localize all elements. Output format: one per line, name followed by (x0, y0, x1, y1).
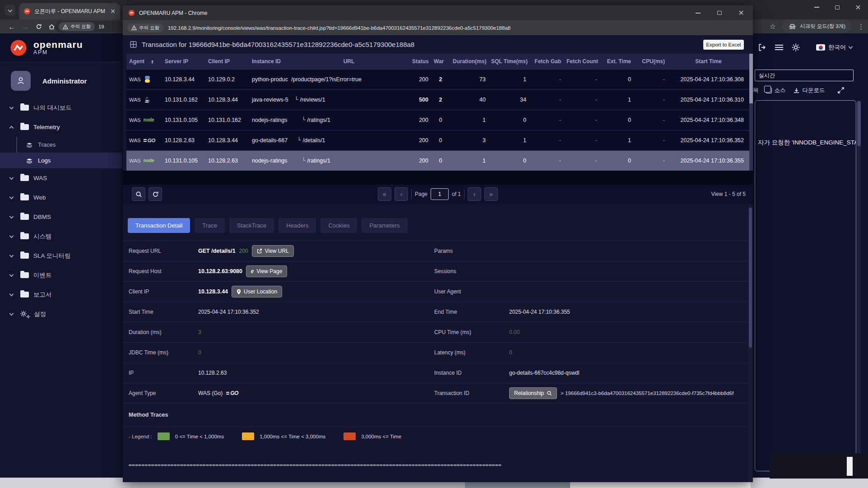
location-pin-icon (237, 289, 241, 295)
sidebar-item-system[interactable]: 시스템 (0, 227, 122, 246)
tab-search-button[interactable] (5, 5, 15, 16)
popup-titlebar[interactable]: OPENMARU APM - Chrome ✕ (123, 5, 753, 20)
transaction-header: Transaction for 19666d941be-b6da47003162… (123, 35, 753, 54)
minimize-icon[interactable] (693, 9, 702, 18)
tab-headers[interactable]: Headers (279, 218, 316, 233)
page-input[interactable] (431, 188, 449, 200)
sidebar-item-reports[interactable]: 보고서 (0, 285, 122, 304)
prev-page-button[interactable]: ‹ (395, 187, 408, 201)
reload-icon[interactable] (33, 21, 44, 32)
minimize-icon[interactable] (812, 3, 821, 12)
menu-icon[interactable] (775, 44, 784, 51)
column-header[interactable]: CPU(ms) (634, 54, 668, 69)
sidebar-item-my-dashboard[interactable]: 나의 대시보드 (0, 98, 122, 117)
incognito-badge[interactable]: 시크릿 모드(창 3개) (782, 20, 851, 33)
sidebar-item-traces[interactable]: Traces (0, 137, 122, 153)
scrollbar-thumb[interactable] (847, 457, 853, 476)
forward-icon[interactable]: → (20, 21, 31, 32)
maximize-icon[interactable] (715, 9, 724, 18)
search-button[interactable] (132, 187, 145, 201)
tab-cookies[interactable]: Cookies (320, 218, 357, 233)
language-label: 한국어 (828, 43, 846, 51)
column-header[interactable]: Fetch Count (564, 54, 600, 69)
view-page-button[interactable]: e View Page (246, 265, 287, 277)
sidebar-item-logs[interactable]: Logs (0, 153, 122, 168)
column-header-agent[interactable]: Agent▲▼ (126, 54, 162, 69)
popup-address-bar[interactable]: 주의 요함 192.168.2.9/monitoring/console/vie… (123, 20, 753, 35)
right-panel-scrollbar[interactable] (857, 100, 861, 471)
detail-scrollbar[interactable] (748, 205, 752, 482)
back-icon[interactable]: ← (6, 21, 17, 32)
logout-icon[interactable] (758, 43, 766, 51)
table-row[interactable]: WAS 10.128.3.44 10.129.0.2 python-produc… (126, 69, 749, 89)
log-text: 자가 요청한 'INNODB_ENGINE_STATU (758, 139, 855, 147)
log-panel[interactable]: 자가 요청한 'INNODB_ENGINE_STATU (755, 100, 856, 471)
close-icon[interactable]: ✕ (854, 3, 863, 12)
page-of-label: of 1 (452, 191, 461, 197)
popup-window-title: OPENMARU APM - Chrome (139, 10, 689, 16)
refresh-button[interactable] (149, 187, 162, 201)
app-logo[interactable]: openmaru APM (0, 33, 122, 62)
legend-text: 1,000ms <= Time < 3,000ms (260, 434, 325, 439)
column-header[interactable]: Start Time (668, 54, 749, 69)
sidebar-item-sla-monitoring[interactable]: SLA 모니터링 (0, 246, 122, 265)
language-selector[interactable]: 한국어 (816, 43, 855, 51)
sort-icon[interactable]: ▲▼ (151, 60, 154, 64)
source-button[interactable]: 소스 (766, 87, 786, 94)
user-row[interactable]: Administrator (0, 70, 122, 92)
chevron-down-icon (9, 175, 14, 180)
realtime-input[interactable] (755, 70, 854, 81)
column-header[interactable]: Client IP (205, 54, 249, 69)
table-row[interactable]: WAS GO 10.128.2.63 10.128.3.44 go-detail… (126, 130, 749, 150)
close-icon[interactable]: ✕ (737, 9, 746, 18)
column-header[interactable]: Duration(ms) (450, 54, 488, 69)
table-row-selected[interactable]: WAS node 10.131.0.105 10.128.2.63 nodejs… (126, 150, 749, 171)
column-header[interactable]: Fetch Gab (529, 54, 564, 69)
site-warning-badge[interactable]: 주의 요함 (127, 23, 163, 33)
export-to-excel-button[interactable]: Export to Excel (703, 40, 744, 50)
tab-transaction-detail[interactable]: Transaction Detail (128, 218, 190, 233)
sidebar-item-telemetry[interactable]: Telemetry (0, 117, 122, 137)
field-label: End Time (434, 309, 509, 315)
site-warning-badge[interactable]: 주의 요함 (59, 22, 95, 31)
column-header[interactable]: Server IP (162, 54, 205, 69)
partial-button[interactable]: 목 (753, 87, 759, 94)
user-location-button[interactable]: User Location (232, 286, 282, 297)
sidebar-item-label: 이벤트 (33, 271, 52, 279)
nodejs-icon: node (144, 117, 154, 122)
browser-menu-icon[interactable]: ⋮ (858, 23, 864, 31)
tab-parameters[interactable]: Parameters (362, 218, 407, 233)
user-icon (16, 76, 26, 86)
column-header[interactable]: Instance ID (249, 54, 288, 69)
gears-icon (20, 311, 29, 318)
column-header[interactable]: Ext. Time (600, 54, 634, 69)
column-header[interactable]: War (431, 54, 450, 69)
sidebar-item-web[interactable]: Web (0, 188, 122, 207)
tab-stacktrace[interactable]: StackTrace (229, 218, 274, 233)
relationship-button[interactable]: Relationship (509, 387, 557, 399)
column-header[interactable]: SQL Time(ms) (488, 54, 529, 69)
tab-close-icon[interactable]: ✕ (110, 8, 116, 15)
sidebar-item-was[interactable]: WAS (0, 168, 122, 188)
browser-tab[interactable]: 오픈마루 - OPENMARU APM ✕ (19, 3, 120, 19)
field-label: IP (123, 370, 198, 376)
view-url-button[interactable]: View URL (252, 245, 294, 257)
download-button[interactable]: 다운로드 (793, 87, 825, 94)
sidebar-item-dbms[interactable]: DBMS (0, 207, 122, 227)
bookmark-star-icon[interactable]: ☆ (770, 22, 776, 31)
chevron-up-icon (9, 126, 14, 130)
first-page-button[interactable]: « (378, 187, 391, 201)
table-row[interactable]: WAS node 10.131.0.105 10.131.0.162 nodej… (126, 110, 749, 130)
maximize-icon[interactable] (833, 3, 842, 12)
last-page-button[interactable]: » (484, 187, 498, 201)
column-header[interactable]: URL (288, 54, 409, 69)
go-icon: GO (226, 390, 238, 396)
column-header[interactable]: Status (409, 54, 431, 69)
table-row[interactable]: WAS 10.131.0.162 10.128.3.44 java-review… (126, 89, 749, 110)
gear-icon[interactable] (792, 43, 800, 51)
expand-icon[interactable] (838, 87, 844, 93)
table-scrollbar[interactable] (749, 54, 753, 171)
next-page-button[interactable]: › (468, 187, 481, 201)
sidebar-item-events[interactable]: 이벤트 (0, 265, 122, 285)
sidebar-item-settings[interactable]: 설정 (0, 304, 122, 324)
